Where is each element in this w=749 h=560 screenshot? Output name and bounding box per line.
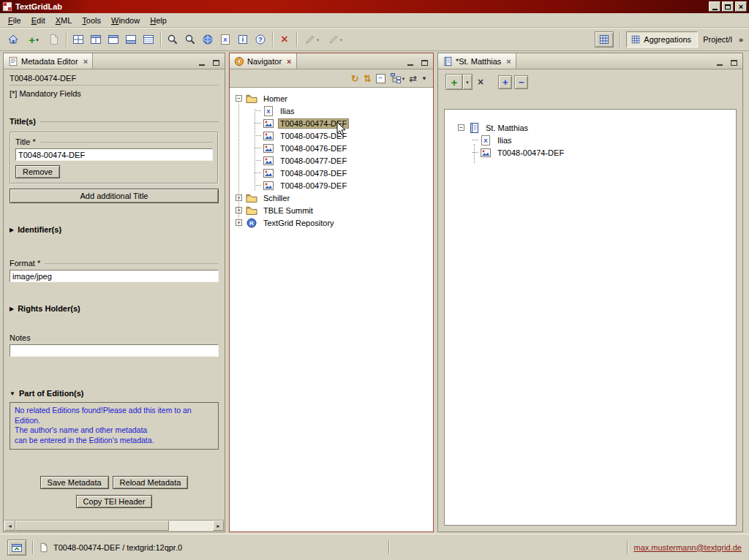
maximize-button[interactable] [722, 1, 734, 12]
add-entry-dropdown[interactable]: ▾ [463, 74, 473, 90]
minimize-button[interactable] [709, 1, 720, 12]
horizontal-scrollbar[interactable]: ◄ ► [4, 520, 224, 531]
view-menu-button[interactable]: ▼ [421, 75, 427, 82]
minimize-view-button[interactable] [197, 57, 207, 66]
metadata-object-id: T0048-00474-DEF [10, 74, 219, 86]
delete-button[interactable]: × [276, 31, 293, 48]
tab-close-icon[interactable]: × [506, 57, 511, 66]
menu-tools[interactable]: Tools [77, 15, 106, 26]
open-bottom-view-button[interactable] [122, 31, 140, 48]
menu-xml[interactable]: XML [50, 15, 78, 26]
save-metadata-button[interactable]: Save Metadata [40, 476, 109, 489]
import-button[interactable] [45, 31, 63, 48]
refresh-button[interactable]: ↻ [351, 74, 359, 83]
tree-item-t0048-00474[interactable]: T0048-00474-DEF [230, 117, 433, 129]
tree-item-textgrid-repository[interactable]: + TextGrid Repository [230, 216, 433, 229]
tree-item-ilias[interactable]: Ilias [230, 105, 433, 117]
tab-close-icon[interactable]: × [287, 57, 291, 66]
add-entry-button[interactable]: + [445, 74, 463, 90]
collapse-all-button[interactable]: − [376, 74, 385, 83]
repository-browser-button[interactable] [199, 31, 217, 48]
collapse-expander-icon[interactable]: − [458, 124, 464, 131]
open-table-view-button[interactable] [140, 31, 157, 48]
perspective-overflow-chevron[interactable]: » [737, 35, 745, 44]
tree-item-t0048-00476[interactable]: T0048-00476-DEF [230, 142, 433, 154]
help-button[interactable] [252, 31, 269, 48]
highlight-button[interactable]: ▾ [323, 31, 347, 48]
menu-window[interactable]: Window [106, 15, 145, 26]
title-bar[interactable]: TextGridLab × [0, 0, 749, 13]
menu-help[interactable]: Help [145, 15, 172, 26]
minimize-view-button[interactable] [405, 57, 415, 66]
user-account-link[interactable]: max.mustermann@textgrid.de [633, 543, 742, 552]
perspective-project-button[interactable]: Project/l [701, 35, 734, 44]
scroll-right-button[interactable]: ► [213, 521, 224, 531]
maximize-icon [725, 4, 731, 10]
link-with-editor-button[interactable]: ⇄ [409, 74, 417, 83]
reload-metadata-button[interactable]: Reload Metadata [113, 476, 189, 489]
identifiers-section-heading[interactable]: ▶ Identifier(s) [10, 225, 219, 234]
rights-section-heading[interactable]: ▶ Rights Holder(s) [10, 304, 219, 313]
tree-item-t0048-00479[interactable]: T0048-00479-DEF [230, 179, 433, 192]
tree-item-t0048-00474[interactable]: T0048-00474-DEF [445, 146, 736, 159]
xml-editor-button[interactable] [217, 31, 234, 48]
title-input[interactable] [15, 148, 213, 161]
expand-all-button[interactable]: + [498, 75, 512, 89]
scrollbar-track[interactable] [169, 521, 213, 531]
minimize-icon [712, 9, 718, 10]
image-file-icon [263, 130, 274, 142]
marker-icon [328, 34, 339, 45]
minimize-view-button[interactable] [715, 57, 725, 66]
tree-item-label: TBLE Summit [261, 205, 315, 216]
menu-file[interactable]: File [3, 15, 26, 26]
tree-item-t0048-00475[interactable]: T0048-00475-DEF [230, 129, 433, 142]
open-header-view-button[interactable] [105, 31, 122, 48]
menu-edit[interactable]: Edit [26, 15, 50, 26]
metadata-editor-panel: Metadata Editor × T0048-00474-DEF [*] Ma… [3, 53, 225, 532]
new-object-button[interactable]: +▾ [22, 31, 45, 48]
copy-tei-header-button[interactable]: Copy TEI Header [76, 495, 153, 508]
collapse-expander-icon[interactable]: − [236, 95, 242, 102]
info-button[interactable] [234, 31, 252, 48]
search-button[interactable] [164, 31, 181, 48]
close-button[interactable]: × [735, 1, 747, 12]
collapse-all-button[interactable]: − [514, 75, 528, 89]
tree-item-t0048-00477[interactable]: T0048-00477-DEF [230, 154, 433, 167]
remove-title-button[interactable]: Remove [15, 165, 60, 178]
titles-section-heading: Title(s) [10, 117, 219, 126]
editions-section-heading[interactable]: ▼ Part of Edition(s) [10, 389, 219, 398]
tree-item-t0048-00478[interactable]: T0048-00478-DEF [230, 167, 433, 179]
tree-item-schiller[interactable]: + Schiller [230, 192, 433, 204]
toolbar-separator [620, 32, 620, 47]
maximize-view-button[interactable] [211, 57, 221, 66]
tree-item-ilias[interactable]: Ilias [445, 134, 736, 146]
home-button[interactable] [4, 31, 22, 48]
open-split-view-button[interactable] [87, 31, 105, 48]
tree-mode-button[interactable]: ▾ [390, 72, 405, 84]
tab-st-matthias[interactable]: *St. Matthias × [438, 53, 516, 69]
tab-metadata-editor[interactable]: Metadata Editor × [4, 53, 93, 69]
advanced-search-button[interactable] [181, 31, 199, 48]
notes-input[interactable] [10, 344, 219, 357]
perspective-aggregations-button[interactable]: Aggregations [626, 31, 698, 48]
magnifier-icon [167, 34, 178, 45]
tree-item-homer[interactable]: − Homer [230, 92, 433, 105]
tree-item-tble-summit[interactable]: + TBLE Summit [230, 204, 433, 216]
add-title-button[interactable]: Add additional Title [10, 189, 219, 203]
tree-connector-line [255, 109, 255, 190]
remove-entry-button[interactable]: × [475, 74, 486, 90]
annotate-button[interactable]: ▾ [300, 31, 323, 48]
sync-button[interactable]: ⇅ [364, 74, 372, 83]
scrollbar-thumb[interactable] [15, 521, 169, 531]
tab-close-icon[interactable]: × [83, 57, 88, 66]
tab-navigator[interactable]: Navigator × [230, 53, 297, 69]
open-perspective-button[interactable] [595, 31, 614, 48]
open-grid-view-button[interactable] [69, 31, 87, 48]
maximize-view-button[interactable] [419, 57, 429, 66]
metadata-editor-tab-icon [8, 56, 18, 67]
fast-view-button[interactable] [7, 540, 26, 556]
format-input[interactable] [10, 270, 219, 282]
maximize-view-button[interactable] [729, 57, 739, 66]
scroll-left-button[interactable]: ◄ [4, 521, 15, 531]
tree-item-st-matthias[interactable]: − St. Matthias [445, 121, 736, 134]
